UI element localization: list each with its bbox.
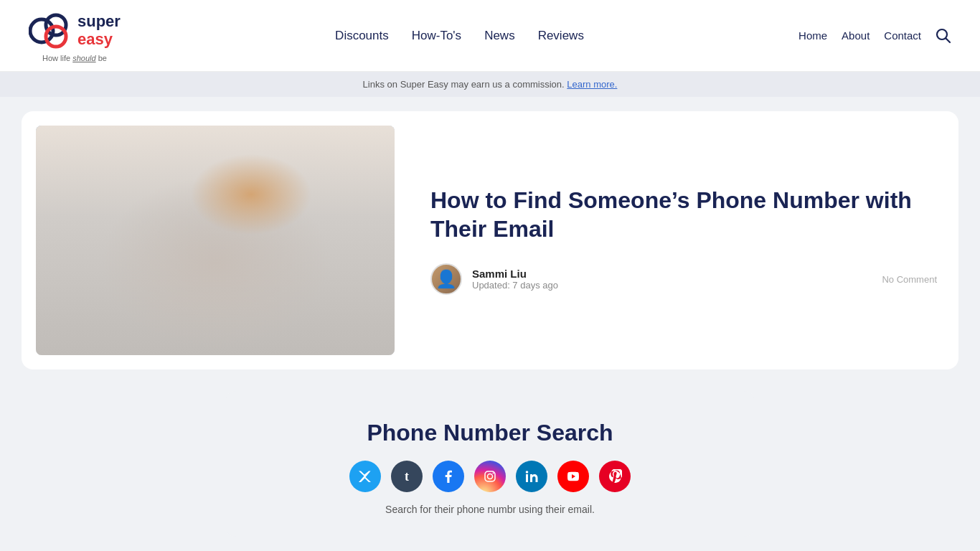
svg-point-10 xyxy=(129,283,301,355)
logo-icon xyxy=(29,9,72,52)
svg-point-12 xyxy=(179,165,258,258)
youtube-icon[interactable] xyxy=(557,461,589,492)
svg-point-13 xyxy=(179,158,258,215)
logo-super-text: super xyxy=(77,12,121,30)
main-navigation: Discounts How-To's News Reviews xyxy=(335,29,584,43)
article-image xyxy=(36,126,395,355)
nav-home[interactable]: Home xyxy=(798,29,827,42)
logo-tagline: How life should be xyxy=(42,54,107,62)
article-card: How to Find Someone’s Phone Number with … xyxy=(22,111,958,369)
linkedin-icon[interactable] xyxy=(516,461,547,492)
svg-rect-16 xyxy=(93,312,129,334)
nav-howtos[interactable]: How-To's xyxy=(412,29,461,43)
svg-rect-5 xyxy=(36,126,395,355)
svg-rect-8 xyxy=(93,298,323,312)
comment-count: No Comment xyxy=(882,274,937,285)
phone-search-title: Phone Number Search xyxy=(239,420,741,446)
author-avatar xyxy=(430,263,462,295)
svg-point-22 xyxy=(526,471,529,474)
author-date: Updated: 7 days ago xyxy=(472,280,558,291)
phone-search-box: Phone Number Search t Sear xyxy=(225,391,755,537)
commission-text: Links on Super Easy may earn us a commis… xyxy=(363,79,567,90)
nav-reviews[interactable]: Reviews xyxy=(538,29,584,43)
svg-point-14 xyxy=(225,160,256,192)
svg-rect-6 xyxy=(251,126,395,355)
facebook-icon[interactable] xyxy=(433,461,464,492)
content-section: Phone Number Search t Sear xyxy=(22,391,958,537)
twitter-icon[interactable] xyxy=(349,461,381,492)
right-navigation: Home About Contact xyxy=(798,28,951,44)
phone-search-description: Search for their phone numbr using their… xyxy=(239,504,741,515)
svg-point-19 xyxy=(488,474,493,479)
site-header: super easy How life should be Discounts … xyxy=(0,0,980,72)
author-meta: Sammi Liu Updated: 7 days ago xyxy=(472,268,558,291)
search-icon xyxy=(936,28,951,44)
nav-news[interactable]: News xyxy=(484,29,515,43)
svg-rect-17 xyxy=(294,291,316,319)
article-image-svg xyxy=(36,126,395,355)
article-image-placeholder xyxy=(36,126,395,355)
logo-easy-text: easy xyxy=(77,30,113,48)
instagram-icon[interactable] xyxy=(474,461,506,492)
nav-about[interactable]: About xyxy=(842,29,870,42)
commission-bar: Links on Super Easy may earn us a commis… xyxy=(0,72,980,97)
author-name: Sammi Liu xyxy=(472,268,558,280)
social-icons-row: t xyxy=(239,461,741,492)
search-button[interactable] xyxy=(936,28,951,44)
author-info: Sammi Liu Updated: 7 days ago xyxy=(430,263,558,295)
learn-more-link[interactable]: Learn more. xyxy=(567,79,617,90)
article-title: How to Find Someone’s Phone Number with … xyxy=(430,186,937,243)
svg-rect-15 xyxy=(143,309,301,330)
pinterest-icon[interactable] xyxy=(599,461,631,492)
svg-point-20 xyxy=(493,473,494,474)
svg-line-4 xyxy=(946,38,951,42)
tumblr-icon[interactable]: t xyxy=(391,461,423,492)
site-logo[interactable]: super easy How life should be xyxy=(29,9,121,62)
nav-discounts[interactable]: Discounts xyxy=(335,29,389,43)
svg-rect-11 xyxy=(158,255,273,355)
author-row: Sammi Liu Updated: 7 days ago No Comment xyxy=(430,263,937,295)
svg-rect-9 xyxy=(105,232,311,306)
svg-rect-7 xyxy=(36,283,395,355)
article-content: How to Find Someone’s Phone Number with … xyxy=(423,171,944,309)
nav-contact[interactable]: Contact xyxy=(884,29,921,42)
svg-rect-21 xyxy=(526,474,528,482)
